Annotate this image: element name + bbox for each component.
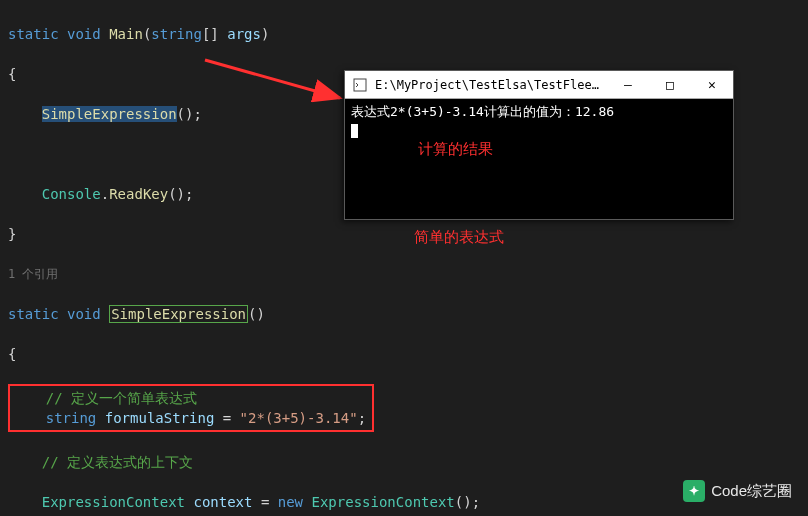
watermark: ✦ Code综艺圈 (683, 480, 792, 502)
watermark-text: Code综艺圈 (711, 482, 792, 501)
console-window: E:\MyProject\TestElsa\TestFlee\bin\D... … (344, 70, 734, 220)
window-titlebar[interactable]: E:\MyProject\TestElsa\TestFlee\bin\D... … (345, 71, 733, 99)
window-title: E:\MyProject\TestElsa\TestFlee\bin\D... (375, 78, 607, 92)
minimize-button[interactable]: — (607, 71, 649, 99)
maximize-button[interactable]: □ (649, 71, 691, 99)
cursor-icon (351, 124, 358, 138)
console-output[interactable]: 表达式2*(3+5)-3.14计算出的值为：12.86 (345, 99, 733, 219)
svg-line-1 (205, 60, 340, 98)
highlighted-call: SimpleExpression (42, 106, 177, 122)
red-highlight-box: // 定义一个简单表达式 string formulaString = "2*(… (8, 384, 808, 432)
wechat-icon: ✦ (683, 480, 705, 502)
annotation-arrow (200, 50, 350, 110)
console-line: 表达式2*(3+5)-3.14计算出的值为：12.86 (351, 103, 727, 121)
close-button[interactable]: ✕ (691, 71, 733, 99)
reference-count[interactable]: 1 个引用 (8, 264, 808, 284)
app-icon (351, 76, 369, 94)
annotation-expression: 简单的表达式 (414, 228, 504, 247)
svg-rect-2 (354, 79, 366, 91)
highlighted-definition: SimpleExpression (109, 305, 248, 323)
annotation-result: 计算的结果 (418, 140, 493, 159)
